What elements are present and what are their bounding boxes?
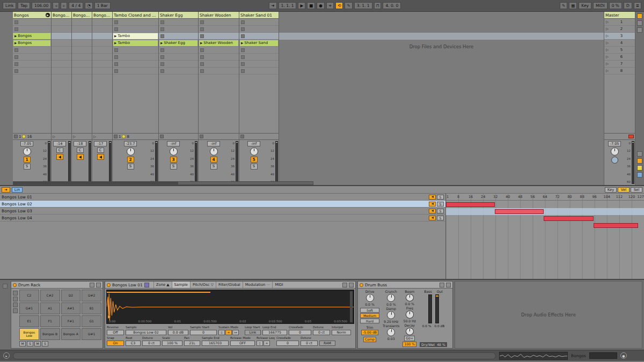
clip-stop-button[interactable]: [241, 69, 245, 73]
lane-speaker-icon[interactable]: [429, 216, 436, 220]
pan-knob[interactable]: [250, 147, 258, 156]
velocity-zone[interactable]: [594, 223, 638, 228]
sends-section-toggle[interactable]: [637, 27, 642, 33]
fold-device-icon[interactable]: [446, 283, 451, 287]
track-delay-toggle[interactable]: [637, 165, 642, 171]
hot-swap-icon[interactable]: [342, 283, 347, 287]
device-on-toggle[interactable]: [360, 283, 363, 287]
pan-knob[interactable]: [210, 147, 218, 156]
clip-stop-button[interactable]: [200, 48, 204, 52]
device-on-toggle[interactable]: [107, 283, 111, 287]
clip-slot[interactable]: [72, 33, 92, 40]
info-view-toggle-icon[interactable]: ▸: [3, 352, 10, 359]
volume-value[interactable]: -7.05: [20, 141, 33, 146]
lane-solo-button[interactable]: S: [437, 216, 444, 220]
boom-note-value[interactable]: G0+: [404, 336, 415, 341]
track-activator[interactable]: 4: [210, 157, 217, 162]
track-activator[interactable]: 3: [170, 157, 177, 162]
clip-slot[interactable]: [239, 54, 279, 61]
tap-tempo-button[interactable]: Tap: [18, 2, 30, 9]
punch-button[interactable]: ⊓: [374, 2, 382, 9]
midi-map-button[interactable]: MIDI: [593, 2, 608, 9]
tab-pitch-osc-[interactable]: Pitch/Osc ▽: [190, 282, 216, 288]
clip-slot[interactable]: [92, 26, 112, 33]
group-fold-icon[interactable]: ▶: [46, 13, 50, 17]
clip-stop-button[interactable]: [200, 55, 204, 59]
clip-play-icon[interactable]: ▶: [14, 34, 17, 38]
clip-stop-button[interactable]: [200, 62, 204, 66]
clip-slot[interactable]: [52, 33, 71, 40]
master-pan-knob[interactable]: [611, 147, 619, 156]
clip-slot[interactable]: [52, 40, 71, 47]
clip-stop-all-button[interactable]: [114, 135, 118, 138]
zone-mode-vel[interactable]: Vel: [618, 187, 630, 193]
loop-start-field[interactable]: 3. 1. 1: [354, 2, 372, 9]
pan-knob[interactable]: [127, 147, 135, 156]
drum-pad[interactable]: A#1: [61, 302, 81, 314]
clip-stop-button[interactable]: [14, 62, 18, 66]
back-to-arrangement-button[interactable]: [628, 135, 634, 138]
mode-icon[interactable]: ∞: [225, 330, 232, 335]
freq-knob[interactable]: [406, 311, 414, 318]
clip-stop-all-button[interactable]: [200, 135, 203, 138]
clip-play-icon[interactable]: ▶: [114, 34, 116, 38]
mixer-section-toggle[interactable]: [637, 158, 642, 164]
scene-row[interactable]: ▷6: [604, 54, 635, 61]
clip-slot[interactable]: [113, 47, 158, 54]
save-preset-icon[interactable]: [349, 283, 354, 287]
clip-stop-all-button[interactable]: [14, 135, 18, 138]
track-activator-speaker-icon[interactable]: [97, 154, 104, 160]
clip-stop-button[interactable]: [241, 62, 245, 66]
clip-slot[interactable]: [72, 40, 92, 47]
zone-mode-sel[interactable]: Sel: [631, 187, 642, 193]
lane-solo-button[interactable]: S: [437, 195, 444, 200]
solo-button[interactable]: S: [127, 164, 134, 169]
zone-lane[interactable]: Bongos Low 01S: [0, 194, 445, 201]
drum-pad[interactable]: Bongos A: [61, 328, 81, 340]
volume-value[interactable]: -inf: [207, 141, 220, 146]
mode-soft[interactable]: Soft: [360, 308, 379, 313]
clip-stop-button[interactable]: [14, 55, 18, 59]
clip-stop-button[interactable]: [160, 20, 164, 24]
clip-slot[interactable]: [92, 40, 112, 47]
velocity-zone[interactable]: [446, 202, 495, 207]
tab-modulation-[interactable]: Modulation ⋯: [243, 282, 273, 288]
clip-slot[interactable]: ▶Tambo: [113, 33, 158, 40]
link-button[interactable]: Link: [3, 2, 16, 9]
solo-button[interactable]: S: [210, 164, 217, 169]
clip-play-icon[interactable]: ▶: [200, 41, 202, 45]
track-header[interactable]: Bongos B: [92, 12, 112, 19]
rack-chain-view-icon[interactable]: [13, 302, 18, 307]
clip-slot[interactable]: ▶Bongos: [13, 40, 51, 47]
zone-lane[interactable]: Bongos Low 02S: [0, 201, 445, 208]
track-activator[interactable]: 5: [251, 157, 258, 162]
clip-slot[interactable]: [239, 61, 279, 68]
drum-pad[interactable]: B1: [82, 302, 101, 314]
solo-button[interactable]: S: [170, 164, 177, 169]
drum-pad[interactable]: G1: [82, 315, 101, 327]
clip-slot[interactable]: [52, 61, 71, 68]
clip-slot[interactable]: [199, 19, 239, 26]
scrollbar-thumb[interactable]: [13, 182, 178, 184]
lane-solo-button[interactable]: S: [437, 202, 444, 206]
drum-pad[interactable]: F#1: [61, 315, 81, 327]
scene-row[interactable]: ▷5: [604, 47, 635, 54]
pan-knob[interactable]: [170, 147, 178, 156]
mode-hard[interactable]: Hard: [360, 319, 379, 323]
clip-slot[interactable]: [92, 61, 112, 68]
pad-mute-button[interactable]: M: [19, 341, 26, 346]
param-value[interactable]: 0 ct: [313, 330, 330, 335]
clip-slot[interactable]: [113, 61, 158, 68]
session-drop-zone[interactable]: Drop Files and Devices Here: [279, 12, 604, 185]
tab-filter-global[interactable]: Filter/Global: [216, 282, 243, 288]
clip-slot[interactable]: [13, 61, 51, 68]
clip-play-icon[interactable]: ▶: [114, 41, 116, 45]
param-value[interactable]: Bongos Low 02: [126, 330, 166, 335]
boom-knob[interactable]: [406, 294, 414, 301]
param-value[interactable]: 166775: [262, 330, 287, 335]
param-value[interactable]: RAM: [319, 341, 335, 346]
clip-slot[interactable]: [13, 19, 51, 26]
track-header[interactable]: Bongos▶: [13, 12, 51, 19]
overdub-button[interactable]: +: [326, 2, 334, 9]
param-value[interactable]: 165703: [202, 341, 229, 346]
